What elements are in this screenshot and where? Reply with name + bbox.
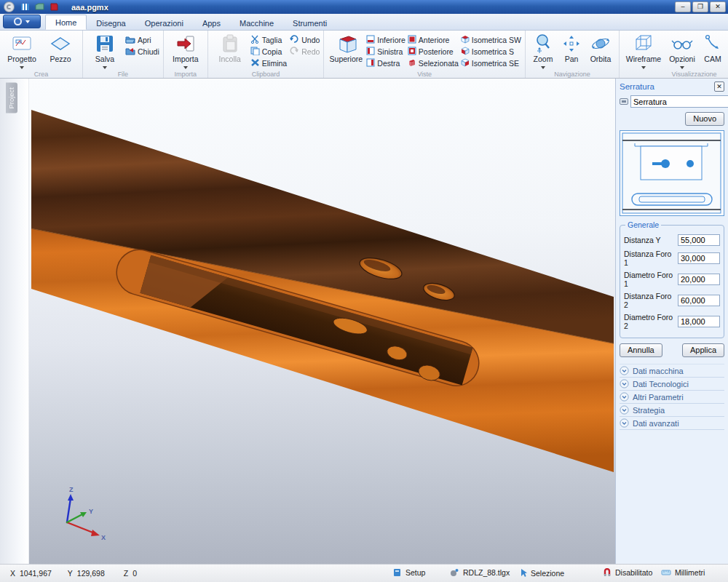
app-logo-icon[interactable] xyxy=(4,1,15,12)
status-snap[interactable]: Disabilitato xyxy=(603,568,652,577)
copia-button[interactable]: Copia xyxy=(250,46,287,57)
minimize-button[interactable]: – xyxy=(675,1,691,12)
orbita-button[interactable]: Orbita xyxy=(586,32,615,63)
cam-button[interactable]: CAM xyxy=(700,32,725,63)
lock-preview xyxy=(620,130,724,216)
iso-cube-icon xyxy=(461,35,470,45)
salva-button[interactable]: Salva xyxy=(87,32,123,71)
incolla-button[interactable]: Incolla xyxy=(212,32,248,63)
cam-path-icon xyxy=(703,33,722,55)
applica-button[interactable]: Applica xyxy=(682,343,724,357)
tab-operazioni[interactable]: Operazioni xyxy=(135,16,193,30)
quick-open-icon[interactable] xyxy=(33,2,45,12)
panel-close-button[interactable]: ✕ xyxy=(714,81,724,92)
import-icon xyxy=(175,33,196,55)
tab-macchine[interactable]: Macchine xyxy=(230,16,283,30)
status-setup[interactable]: Setup xyxy=(393,568,425,577)
window-title: aaa.pgmx xyxy=(71,3,108,12)
apri-button[interactable]: Apri xyxy=(125,34,159,45)
status-selection-mode[interactable]: Selezione xyxy=(519,568,564,578)
view-front-icon xyxy=(408,35,416,45)
redo-icon xyxy=(289,47,299,57)
tool-icon xyxy=(450,568,459,577)
application-menu-button[interactable] xyxy=(3,15,41,28)
ruler-icon xyxy=(661,569,671,576)
progetto-button[interactable]: Progetto xyxy=(4,32,40,71)
status-units[interactable]: Millimetri xyxy=(661,568,705,577)
isometrica-sw-button[interactable]: Isometrica SW xyxy=(461,34,521,45)
isometrica-s-button[interactable]: Isometrica S xyxy=(461,46,521,57)
taglia-button[interactable]: Taglia xyxy=(250,34,287,45)
coordinate-readout: X1041,967 Y129,698 Z0 xyxy=(10,569,137,578)
anteriore-button[interactable]: Anteriore xyxy=(408,34,459,45)
lock-schematic xyxy=(620,131,723,215)
pan-button[interactable]: Pan xyxy=(559,32,584,63)
delete-x-icon xyxy=(250,58,260,68)
ribbon-group-navigazione: Zoom Pan Orbita Navigazione xyxy=(526,31,620,78)
distanza-foro2-input[interactable] xyxy=(678,295,720,306)
tab-disegna[interactable]: Disegna xyxy=(87,16,135,30)
posteriore-button[interactable]: Posteriore xyxy=(408,46,459,57)
section-dati-tecnologici[interactable]: Dati Tecnologici xyxy=(620,378,724,391)
save-icon xyxy=(95,33,114,55)
ribbon-group-visualizzazione: Wireframe Opzioni CAM Ridisegna Visualiz… xyxy=(620,31,728,78)
axis-x-label: X xyxy=(101,534,106,541)
restore-button[interactable]: ❐ xyxy=(692,1,708,12)
distanza-y-input[interactable] xyxy=(678,234,720,246)
isometrica-se-button[interactable]: Isometrica SE xyxy=(461,57,521,68)
diametro-foro1-input[interactable] xyxy=(678,274,720,285)
close-button[interactable]: ✕ xyxy=(710,1,726,12)
redo-button[interactable]: Redo xyxy=(289,46,320,57)
project-panel-tab[interactable]: Project xyxy=(6,83,17,113)
zoom-button[interactable]: Zoom xyxy=(529,32,557,71)
destra-button[interactable]: Destra xyxy=(366,57,405,68)
undo-button[interactable]: Undo xyxy=(289,34,320,45)
ribbon-group-viste: Superiore Inferiore Sinistra Destra Ante… xyxy=(324,31,526,78)
elimina-button[interactable]: Elimina xyxy=(250,57,287,68)
sinistra-button[interactable]: Sinistra xyxy=(366,46,405,57)
section-strategia[interactable]: Strategia xyxy=(620,404,724,417)
status-bar: X1041,967 Y129,698 Z0 Setup RDLZ_88.tlgx… xyxy=(0,564,728,582)
wireframe-cube-icon xyxy=(633,33,654,55)
ribbon-tab-row: Home Disegna Operazioni Apps Macchine St… xyxy=(0,14,728,31)
setup-icon xyxy=(393,568,402,577)
annulla-button[interactable]: Annulla xyxy=(620,343,662,357)
status-tool-file[interactable]: RDLZ_88.tlgx xyxy=(450,568,510,577)
tab-home[interactable]: Home xyxy=(45,15,87,30)
section-altri-parametri[interactable]: Altri Parametri xyxy=(620,391,724,404)
undo-icon xyxy=(289,35,299,45)
chevron-circle-icon xyxy=(620,405,629,415)
generale-group: Generale Distanza Y Distanza Foro 1 Diam… xyxy=(620,220,724,338)
iso-cube-icon xyxy=(461,58,470,68)
selezionata-button[interactable]: Selezionata xyxy=(408,57,459,68)
quick-save-icon[interactable] xyxy=(48,2,60,12)
macro-name-input[interactable] xyxy=(630,95,728,108)
chiudi-button[interactable]: Chiudi xyxy=(125,46,159,57)
glasses-icon xyxy=(671,33,693,55)
axis-triad: Z Y X xyxy=(67,486,106,541)
copy-icon xyxy=(250,47,260,57)
wood-panel-model: Z Y X xyxy=(29,79,615,564)
superiore-button[interactable]: Superiore xyxy=(328,32,364,63)
viewport-3d[interactable]: Z Y X xyxy=(29,79,615,564)
tab-apps[interactable]: Apps xyxy=(193,16,230,30)
lock-plate-icon xyxy=(620,98,628,105)
axis-z-label: Z xyxy=(69,486,74,493)
distanza-foro1-input[interactable] xyxy=(678,252,720,264)
pezzo-button[interactable]: Pezzo xyxy=(42,32,79,63)
quick-new-icon[interactable] xyxy=(19,2,31,12)
opzioni-button[interactable]: Opzioni xyxy=(666,32,698,71)
nuovo-button[interactable]: Nuovo xyxy=(685,112,724,126)
wireframe-button[interactable]: Wireframe xyxy=(623,32,664,71)
section-dati-avanzati[interactable]: Dati avanzati xyxy=(620,417,724,430)
diametro-foro2-input[interactable] xyxy=(678,316,720,327)
importa-button[interactable]: Importa xyxy=(167,32,204,71)
tab-strumenti[interactable]: Strumenti xyxy=(283,16,336,30)
inferiore-button[interactable]: Inferiore xyxy=(366,34,405,45)
chevron-down-icon xyxy=(25,20,30,25)
piece-icon xyxy=(50,33,71,55)
section-dati-macchina[interactable]: Dati macchina xyxy=(620,364,724,378)
pan-icon xyxy=(562,33,581,55)
magnet-icon xyxy=(603,568,612,577)
app-menu-icon xyxy=(14,17,22,25)
